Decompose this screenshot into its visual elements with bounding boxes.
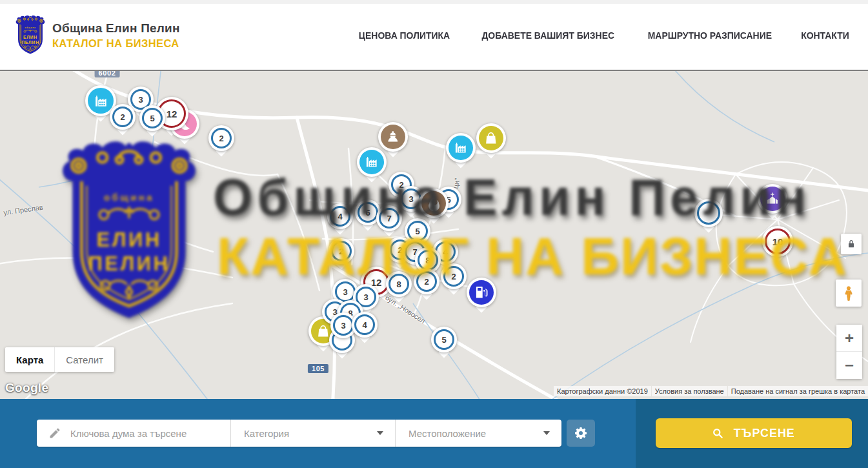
- church-icon: [760, 187, 785, 211]
- nav-item-route-schedule[interactable]: МАРШРУТНО РАЗПИСАНИЕ: [648, 30, 772, 41]
- svg-text:ПЕЛИН: ПЕЛИН: [21, 40, 39, 45]
- factory-icon: [359, 150, 384, 174]
- factory-icon: [88, 88, 114, 114]
- zoom-controls: + −: [836, 325, 862, 379]
- cluster-marker[interactable]: 2: [441, 263, 467, 289]
- cluster-marker[interactable]: 4: [352, 312, 378, 338]
- category-select-label: Категория: [231, 428, 289, 439]
- cluster-marker[interactable]: 7: [376, 205, 402, 231]
- top-strip: [0, 0, 868, 4]
- shopping-pin[interactable]: [476, 123, 506, 153]
- cluster-marker[interactable]: 2: [414, 269, 439, 294]
- page: община ЕЛИН ПЕЛИН Община Елин Пелин КАТА…: [0, 0, 868, 468]
- cluster-count: 8: [389, 274, 409, 294]
- google-logo[interactable]: Google: [5, 381, 48, 395]
- brand-subtitle: КАТАЛОГ НА БИЗНЕСА: [52, 37, 180, 50]
- keyword-input[interactable]: [37, 420, 230, 447]
- brand-title: Община Елин Пелин: [52, 21, 180, 36]
- worker-icon: [381, 125, 405, 149]
- attribution-terms[interactable]: Условия за ползване: [652, 386, 727, 396]
- cluster-count: 3: [401, 188, 421, 209]
- lock-control[interactable]: [841, 234, 862, 254]
- fuel-icon: [469, 280, 494, 305]
- restaurant-pin[interactable]: [419, 188, 449, 218]
- cluster-count: 2: [211, 128, 232, 148]
- cluster-count: 6: [358, 202, 378, 223]
- zoom-in-button[interactable]: +: [836, 325, 862, 352]
- zoom-out-button[interactable]: −: [836, 352, 862, 379]
- nav-item-pricing[interactable]: ЦЕНОВА ПОЛИТИКА: [359, 30, 450, 41]
- cluster-marker[interactable]: 2: [328, 238, 354, 264]
- construction-pin[interactable]: [378, 122, 408, 152]
- cluster-count: 4: [330, 206, 350, 227]
- location-select[interactable]: Местоположение: [395, 420, 561, 447]
- nav-item-add-business[interactable]: ДОБАВЕТЕ ВАШИЯТ БИЗНЕС: [481, 30, 614, 41]
- search-fields: Категория Местоположение: [37, 420, 561, 447]
- cluster-count: 5: [142, 108, 163, 128]
- nav-item-contacts[interactable]: КОНТАКТИ: [801, 30, 849, 41]
- chevron-down-icon: [543, 431, 550, 435]
- svg-text:община: община: [25, 26, 35, 29]
- cluster-count: 5: [407, 221, 428, 241]
- keyword-field[interactable]: [37, 420, 230, 447]
- header: община ЕЛИН ПЕЛИН Община Елин Пелин КАТА…: [0, 0, 868, 71]
- pegman-icon: [841, 285, 856, 301]
- map-type-switcher: КартаСателит: [5, 347, 114, 372]
- factory-pin[interactable]: [357, 147, 387, 177]
- cluster-marker[interactable]: [694, 199, 723, 227]
- search-icon: [711, 427, 724, 440]
- cluster-marker[interactable]: 8: [386, 271, 412, 297]
- cluster-count: 2: [331, 241, 352, 261]
- street-view-pegman[interactable]: [836, 280, 862, 307]
- cluster-count: 5: [434, 329, 454, 350]
- search-bar: Категория Местоположение ТЪРСЕНЕ: [0, 399, 868, 468]
- attribution-report-error[interactable]: Подаване на сигнал за грешка в картата: [728, 386, 868, 396]
- cluster-count: [697, 201, 720, 225]
- category-select[interactable]: Категория: [230, 420, 395, 447]
- brand[interactable]: община ЕЛИН ПЕЛИН Община Елин Пелин КАТА…: [14, 15, 180, 55]
- factory-icon: [449, 136, 473, 160]
- location-select-label: Местоположение: [396, 428, 486, 439]
- cluster-count: 10: [765, 229, 791, 254]
- search-button[interactable]: ТЪРСЕНЕ: [656, 418, 852, 448]
- main-nav: ЦЕНОВА ПОЛИТИКАДОБАВЕТЕ ВАШИЯТ БИЗНЕСМАР…: [354, 0, 852, 71]
- cluster-marker[interactable]: 10: [762, 226, 793, 257]
- brand-text: Община Елин Пелин КАТАЛОГ НА БИЗНЕСА: [52, 15, 180, 55]
- cluster-count: 2: [112, 107, 133, 127]
- search-button-label: ТЪРСЕНЕ: [733, 426, 794, 440]
- cluster-count: 2: [416, 271, 437, 292]
- map-canvas[interactable]: 6002105ул. Преславбул. „Новоселци“ 31225…: [0, 71, 868, 399]
- svg-text:ЕЛИН: ЕЛИН: [23, 35, 37, 39]
- bag-icon: [479, 126, 503, 150]
- cluster-marker[interactable]: 2: [110, 104, 136, 130]
- church-pin[interactable]: [758, 184, 787, 214]
- flame-icon: [421, 191, 446, 216]
- cluster-marker[interactable]: 5: [431, 327, 457, 352]
- map-type-map-button[interactable]: Карта: [5, 347, 54, 372]
- markers-layer: 31225223546752274821282333834510: [0, 71, 868, 399]
- chevron-down-icon: [377, 431, 383, 435]
- cluster-marker[interactable]: 4: [327, 203, 353, 229]
- municipality-logo-icon: община ЕЛИН ПЕЛИН: [14, 15, 46, 55]
- cluster-count: 2: [443, 266, 464, 287]
- map-attribution: Картографски данни ©2019Условия за ползв…: [554, 386, 868, 396]
- pencil-icon: [48, 427, 61, 440]
- cluster-count: 4: [354, 314, 375, 335]
- gas-station-pin[interactable]: [467, 278, 496, 307]
- cluster-count: 3: [333, 315, 354, 336]
- attribution-map-data: Картографски данни ©2019: [554, 386, 651, 396]
- cluster-count: 7: [379, 208, 399, 229]
- lock-icon: [846, 239, 856, 249]
- gear-icon: [574, 427, 587, 440]
- cluster-count: 8: [418, 250, 438, 270]
- cluster-marker[interactable]: 2: [208, 125, 234, 151]
- advanced-search-button[interactable]: [567, 420, 595, 447]
- cluster-marker[interactable]: 5: [139, 105, 165, 131]
- factory-pin[interactable]: [446, 133, 476, 163]
- map-type-satellite-button[interactable]: Сателит: [54, 347, 114, 372]
